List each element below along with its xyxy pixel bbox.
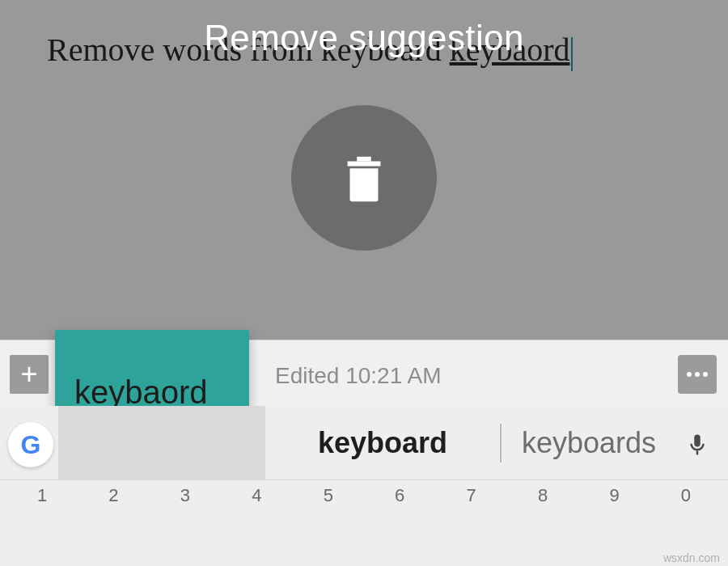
suggestion-slot-1[interactable] [58,406,265,480]
key-8[interactable]: 8 [510,485,575,566]
trash-drop-target[interactable] [291,105,437,251]
key-num: 0 [654,485,718,506]
more-button[interactable] [678,355,717,394]
key-1[interactable]: 1 [10,485,74,566]
key-num: 9 [582,485,647,506]
edited-timestamp: Edited 10:21 AM [275,363,441,389]
keyboard-number-row: 1 2 3 4 5 6 7 8 9 0 [0,480,728,566]
key-6[interactable]: 6 [367,485,432,566]
voice-input-button[interactable] [676,424,718,466]
key-4[interactable]: 4 [224,485,289,566]
dot-icon [695,372,700,377]
google-button[interactable]: G [8,422,53,467]
svg-rect-0 [696,451,699,455]
key-num: 2 [81,485,146,506]
key-num: 1 [10,485,74,506]
dot-icon [703,372,708,377]
plus-icon: + [20,357,37,391]
dot-icon [687,372,692,377]
google-g-icon: G [21,430,41,460]
key-num: 4 [224,485,289,506]
key-9[interactable]: 9 [582,485,647,566]
key-7[interactable]: 7 [439,485,504,566]
key-3[interactable]: 3 [153,485,218,566]
watermark: wsxdn.com [663,551,720,564]
key-2[interactable]: 2 [81,485,146,566]
key-5[interactable]: 5 [296,485,361,566]
key-num: 6 [367,485,432,506]
remove-suggestion-title: Remove suggestion [0,18,728,58]
key-num: 7 [439,485,504,506]
add-button[interactable]: + [10,355,49,394]
suggestion-slot-2[interactable]: keyboard [265,406,500,480]
suggestion-slot-3[interactable]: keyboards [503,406,675,480]
suggestion-bar: G keyboard keyboards [0,406,728,480]
trash-icon [336,144,392,212]
microphone-icon [685,429,709,460]
key-num: 5 [296,485,361,506]
key-num: 8 [510,485,575,506]
keyboard: G keyboard keyboards 1 2 3 4 5 6 7 8 9 0 [0,406,728,566]
key-num: 3 [153,485,218,506]
suggestion-divider [500,424,502,463]
